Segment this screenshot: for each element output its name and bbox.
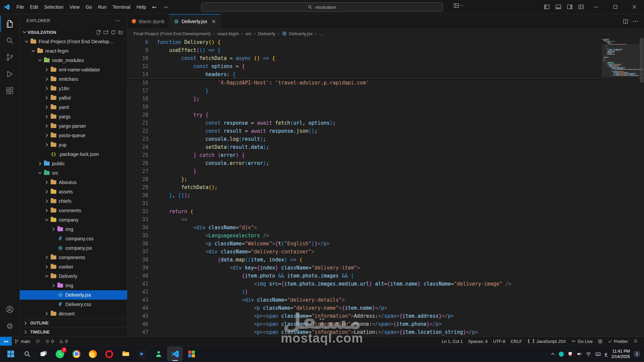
tree-item[interactable]: Deliverly — [20, 272, 127, 281]
timeline-section[interactable]: TIMELINE — [20, 327, 127, 337]
activity-account[interactable] — [0, 301, 19, 318]
menu-file[interactable]: File — [13, 3, 27, 11]
taskbar-green-app[interactable] — [151, 347, 166, 361]
new-file-icon[interactable] — [96, 30, 101, 35]
breadcrumb-item[interactable]: Final Project (Front End Development) — [133, 31, 211, 36]
tree-item[interactable]: components — [20, 253, 127, 262]
status-main[interactable]: main — [12, 337, 33, 346]
layout-custom-icon[interactable] — [575, 2, 587, 12]
taskbar-start[interactable] — [3, 347, 18, 361]
tree-item[interactable]: #Delivery.css — [20, 300, 127, 309]
tree-item[interactable]: react-fegm — [20, 46, 127, 56]
breadcrumb-item[interactable]: ... — [319, 31, 323, 36]
tree-item[interactable]: yargs — [20, 112, 127, 121]
more-actions-icon[interactable]: ··· — [633, 19, 639, 24]
menu-help[interactable]: Help — [133, 3, 149, 11]
status-sync[interactable] — [33, 337, 43, 346]
breadcrumb[interactable]: Final Project (Front End Development)›re… — [127, 29, 644, 38]
activity-extensions[interactable] — [0, 82, 19, 99]
status-0[interactable]: 0 — [56, 337, 70, 346]
status-prettier[interactable]: Prettier — [605, 339, 631, 344]
notification-count-badge[interactable]: 3 — [634, 351, 640, 357]
tree-item[interactable]: src — [20, 168, 127, 178]
maximize-button[interactable] — [606, 0, 625, 14]
breadcrumb-item[interactable]: src — [246, 31, 252, 36]
taskbar-search[interactable] — [19, 347, 35, 361]
activity-source-control[interactable] — [0, 49, 19, 66]
tree-item[interactable]: assets — [20, 187, 127, 196]
breadcrumb-item[interactable]: Deliverly.jsx — [282, 31, 313, 36]
remote-indicator[interactable]: >< — [0, 337, 12, 346]
tree-item[interactable]: comments — [20, 206, 127, 215]
status-0[interactable]: 0 — [43, 337, 56, 346]
back-arrow[interactable]: ← — [149, 4, 160, 10]
taskbar-chrome[interactable] — [68, 347, 84, 361]
taskbar-firefox[interactable] — [85, 347, 101, 361]
menu-view[interactable]: View — [66, 3, 83, 11]
wifi-icon[interactable] — [586, 351, 591, 357]
forward-arrow[interactable]: → — [160, 4, 171, 10]
tree-item[interactable]: cooker — [20, 262, 127, 272]
tree-item[interactable]: y18n — [20, 84, 127, 93]
status-ln-1-col-1[interactable]: Ln 1, Col 1 — [439, 339, 466, 344]
tree-item[interactable]: xmlchars — [20, 74, 127, 84]
minimap[interactable] — [602, 38, 639, 337]
keyboard-icon[interactable] — [595, 351, 601, 357]
taskbar-opera[interactable] — [101, 347, 117, 361]
collapse-all-icon[interactable] — [118, 30, 123, 35]
explorer-more-icon[interactable]: ··· — [115, 18, 121, 23]
tree-item[interactable]: public — [20, 159, 127, 168]
tree-item[interactable]: company — [20, 215, 127, 225]
status-grid[interactable] — [595, 339, 605, 344]
minimize-button[interactable] — [587, 0, 606, 14]
outline-section[interactable]: OUTLINE — [20, 318, 127, 327]
vertical-scrollbar[interactable] — [639, 38, 644, 337]
new-folder-icon[interactable] — [103, 30, 108, 35]
section-header[interactable]: VISULZATION — [20, 27, 127, 37]
tree-item[interactable]: chiefs — [20, 196, 127, 206]
taskbar-file-explorer[interactable] — [118, 347, 133, 361]
tree-item[interactable]: company.jsx — [20, 243, 127, 253]
activity-explorer[interactable] — [0, 15, 19, 32]
taskbar-color-grid[interactable] — [183, 347, 199, 361]
tree-item[interactable]: img — [20, 281, 127, 290]
menu-edit[interactable]: Edit — [27, 3, 41, 11]
status-bell[interactable] — [631, 339, 641, 344]
activity-settings[interactable]: ⚙ — [0, 318, 19, 335]
activity-search[interactable] — [0, 32, 19, 49]
clock[interactable]: 11:41 PM2/14/2025 — [611, 349, 630, 360]
tree-item[interactable]: yargs-parser — [20, 121, 127, 131]
tree-item[interactable]: Final Project (Front End Develop... — [20, 37, 127, 46]
tree-item[interactable]: Deliverly.jsx — [20, 290, 127, 300]
taskbar-vscode[interactable] — [167, 347, 183, 361]
taskbar-whatsapp[interactable]: 7 — [52, 347, 68, 361]
search-box[interactable]: visulzation — [201, 2, 443, 12]
layout-secondary-icon[interactable] — [564, 2, 575, 12]
scrollbar-thumb[interactable] — [640, 38, 644, 82]
tab-close-icon[interactable] — [211, 19, 216, 24]
tree-item[interactable]: {}.package-lock.json — [20, 149, 127, 159]
menu-terminal[interactable]: Terminal — [110, 3, 133, 11]
tree-item[interactable]: dessert — [20, 309, 127, 318]
tree-item[interactable]: yallist — [20, 93, 127, 103]
tree-item[interactable]: yup — [20, 140, 127, 149]
status-utf-8[interactable]: UTF-8 — [490, 339, 508, 344]
layout-panel-icon[interactable] — [552, 2, 564, 12]
tab-deliverly-jsx[interactable]: Deliverly.jsx — [169, 14, 221, 28]
status-go-live[interactable]: Go Live — [569, 339, 595, 344]
shield-icon[interactable] — [568, 351, 573, 357]
chevron-up-icon[interactable] — [550, 352, 555, 356]
tree-item[interactable]: yaml — [20, 103, 127, 112]
breadcrumb-item[interactable]: react-fegm — [217, 31, 239, 36]
remote-indicator-icon[interactable] — [453, 3, 464, 8]
taskbar-media-player[interactable] — [134, 347, 150, 361]
menu-run[interactable]: Run — [95, 3, 110, 11]
menu-selection[interactable]: Selection — [41, 3, 67, 11]
language-indicator[interactable]: ع — [605, 351, 607, 357]
tree-item[interactable]: img — [20, 225, 127, 234]
status-javascript-jsx[interactable]: { }JavaScript JSX — [525, 339, 569, 344]
tree-item[interactable]: yocto-queue — [20, 131, 127, 140]
tab-titanic-ipynb[interactable]: titanic.ipynb — [127, 14, 169, 28]
status-spaces-4[interactable]: Spaces: 4 — [466, 339, 490, 344]
menu-go[interactable]: Go — [83, 3, 95, 11]
